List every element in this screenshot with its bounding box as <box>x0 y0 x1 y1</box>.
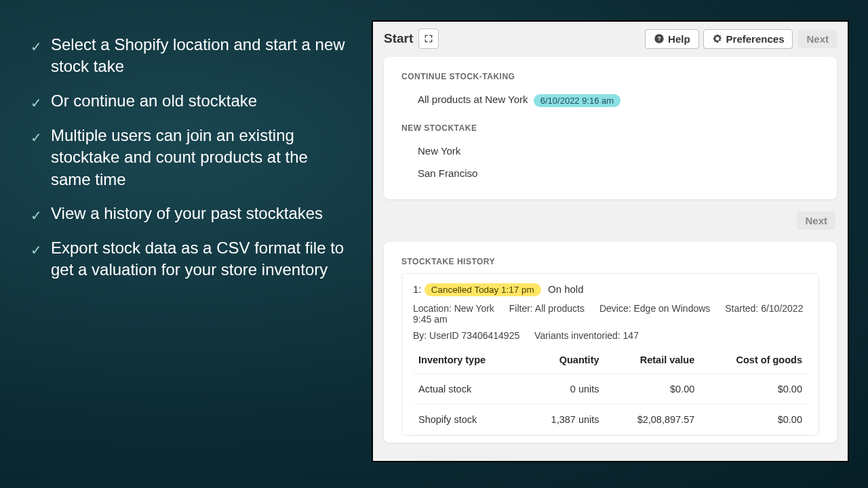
cell-type: Actual stock <box>413 374 522 405</box>
location-item-sanfrancisco[interactable]: San Franciso <box>401 162 819 184</box>
feature-item: ✓ Or continue an old stocktake <box>31 90 346 113</box>
history-meta-line-2: By: UserID 73406414925 Variants inventor… <box>413 330 808 341</box>
continue-stocktake-item[interactable]: All products at New York 6/10/2022 9:16 … <box>401 88 819 113</box>
meta-by: By: UserID 73406414925 <box>413 330 519 341</box>
feature-text: View a history of your past stocktakes <box>51 203 346 224</box>
preferences-button[interactable]: Preferences <box>703 29 793 49</box>
help-icon: ? <box>654 33 665 44</box>
feature-item: ✓ Export stock data as a CSV format file… <box>31 237 346 281</box>
page-title: Start <box>384 31 413 46</box>
stocktake-card: CONTINUE STOCK-TAKING All products at Ne… <box>384 57 837 199</box>
history-index: 1: <box>413 283 422 295</box>
gear-icon <box>712 33 723 44</box>
location-label: San Franciso <box>418 167 477 179</box>
history-entry: 1: Cancelled Today 1:17 pm On hold Locat… <box>401 273 819 436</box>
cell-type: Shopify stock <box>413 405 522 435</box>
collapse-icon <box>423 33 434 44</box>
cell-cog: $0.00 <box>700 405 808 435</box>
location-item-newyork[interactable]: New York <box>401 140 819 162</box>
feature-item: ✓ View a history of your past stocktakes <box>31 203 346 225</box>
help-label: Help <box>668 33 690 45</box>
meta-device: Device: Edge on Windows <box>599 303 710 314</box>
continue-item-text: All products at New York <box>418 94 528 105</box>
svg-text:?: ? <box>657 35 661 42</box>
col-cost-of-goods: Cost of goods <box>700 346 808 374</box>
timestamp-badge: 6/10/2022 9:16 am <box>534 94 620 107</box>
feature-panel: ✓ Select a Shopify location and start a … <box>0 0 366 488</box>
next-button-disabled: Next <box>798 30 837 48</box>
history-entry-head: 1: Cancelled Today 1:17 pm On hold <box>413 283 808 297</box>
app-scroll-area[interactable]: Start ? Help Preferences Next CONTINUE S… <box>373 22 848 461</box>
cell-cog: $0.00 <box>700 374 808 405</box>
feature-text: Multiple users can join an existing stoc… <box>51 125 346 190</box>
preferences-label: Preferences <box>726 33 785 45</box>
col-retail-value: Retail value <box>605 346 701 374</box>
collapse-button[interactable] <box>418 28 439 49</box>
feature-text: Export stock data as a CSV format file t… <box>51 237 346 281</box>
feature-list: ✓ Select a Shopify location and start a … <box>31 34 346 281</box>
check-icon: ✓ <box>31 38 51 56</box>
check-icon: ✓ <box>31 129 51 147</box>
check-icon: ✓ <box>31 207 51 225</box>
cell-qty: 1,387 units <box>522 405 605 435</box>
meta-filter: Filter: All products <box>509 303 585 314</box>
app-window: Start ? Help Preferences Next CONTINUE S… <box>372 20 849 462</box>
table-row: Shopify stock 1,387 units $2,08,897.57 $… <box>413 405 808 435</box>
status-badge: Cancelled Today 1:17 pm <box>425 283 541 296</box>
new-section-label: NEW STOCKTAKE <box>401 123 819 133</box>
cell-retail: $2,08,897.57 <box>605 405 701 435</box>
history-meta-line-1: Location: New York Filter: All products … <box>413 303 808 325</box>
meta-location: Location: New York <box>413 303 494 314</box>
help-button[interactable]: ? Help <box>645 29 699 49</box>
col-inventory-type: Inventory type <box>413 346 522 374</box>
cell-qty: 0 units <box>522 374 605 405</box>
feature-text: Or continue an old stocktake <box>51 90 346 112</box>
inventory-table: Inventory type Quantity Retail value Cos… <box>413 346 808 435</box>
table-row: Actual stock 0 units $0.00 $0.00 <box>413 374 808 405</box>
location-label: New York <box>418 145 460 157</box>
history-section-label: STOCKTAKE HISTORY <box>401 257 819 266</box>
meta-variants: Variants inventoried: 147 <box>534 330 639 341</box>
feature-item: ✓ Select a Shopify location and start a … <box>31 34 346 78</box>
feature-item: ✓ Multiple users can join an existing st… <box>31 125 346 190</box>
next-row: Next <box>384 199 837 230</box>
cell-retail: $0.00 <box>605 374 701 405</box>
history-card: STOCKTAKE HISTORY 1: Cancelled Today 1:1… <box>384 242 837 443</box>
continue-section-label: CONTINUE STOCK-TAKING <box>401 72 819 81</box>
header-toolbar: Start ? Help Preferences Next <box>384 22 837 54</box>
check-icon: ✓ <box>31 241 51 260</box>
history-status: On hold <box>548 283 584 295</box>
next-button-mid[interactable]: Next <box>797 211 835 230</box>
col-quantity: Quantity <box>522 346 605 374</box>
feature-text: Select a Shopify location and start a ne… <box>51 34 346 78</box>
check-icon: ✓ <box>31 94 51 113</box>
